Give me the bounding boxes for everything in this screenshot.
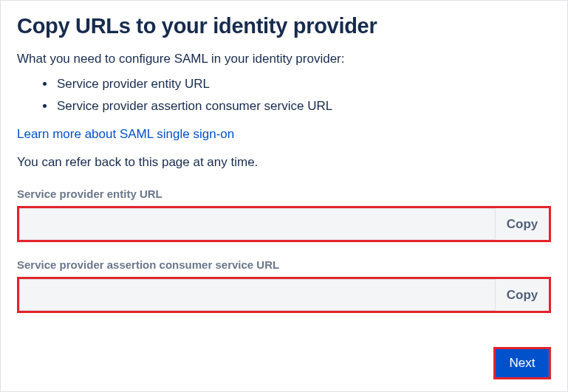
entity-url-label: Service provider entity URL bbox=[17, 188, 551, 200]
intro-text: What you need to configure SAML in your … bbox=[17, 52, 551, 66]
next-button[interactable]: Next bbox=[496, 349, 549, 377]
page-title: Copy URLs to your identity provider bbox=[17, 14, 551, 38]
next-button-highlight: Next bbox=[493, 347, 551, 379]
acs-url-input[interactable] bbox=[19, 279, 495, 311]
copy-acs-url-button[interactable]: Copy bbox=[495, 279, 549, 311]
refer-back-text: You can refer back to this page at any t… bbox=[17, 155, 551, 170]
acs-url-row: Copy bbox=[17, 277, 551, 313]
entity-url-input[interactable] bbox=[19, 208, 495, 240]
saml-config-panel: Copy URLs to your identity provider What… bbox=[0, 0, 568, 392]
copy-entity-url-button[interactable]: Copy bbox=[495, 208, 549, 240]
list-item: Service provider entity URL bbox=[55, 77, 551, 92]
list-item: Service provider assertion consumer serv… bbox=[55, 99, 551, 114]
acs-url-label: Service provider assertion consumer serv… bbox=[17, 258, 551, 271]
learn-more-link[interactable]: Learn more about SAML single sign-on bbox=[17, 127, 234, 142]
requirements-list: Service provider entity URL Service prov… bbox=[55, 77, 551, 114]
entity-url-row: Copy bbox=[17, 206, 551, 242]
